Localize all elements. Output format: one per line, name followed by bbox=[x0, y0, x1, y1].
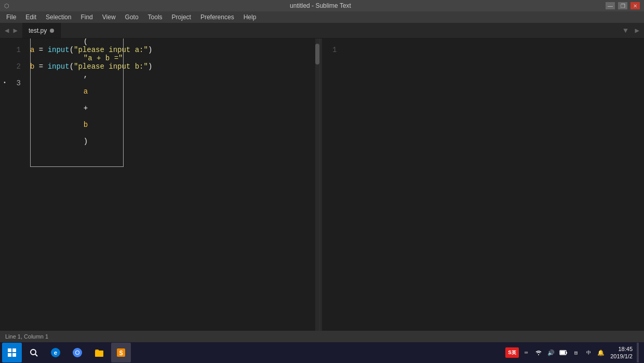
minimize-button[interactable]: — bbox=[606, 2, 615, 9]
left-pane[interactable]: • 1 2 3 a = input ( "please input a:" ) bbox=[0, 38, 320, 331]
battery-icon bbox=[559, 348, 568, 357]
tab-area: test.py bbox=[22, 23, 619, 38]
svg-text:e: e bbox=[54, 350, 58, 356]
tab-nav-left[interactable]: ◀ ▶ bbox=[0, 23, 22, 38]
comma-3: , bbox=[84, 71, 92, 79]
svg-text:S: S bbox=[119, 350, 123, 357]
minimap-line-number: 1 bbox=[332, 42, 644, 58]
start-button[interactable] bbox=[2, 343, 22, 362]
unsaved-indicator bbox=[50, 29, 54, 33]
menu-edit[interactable]: Edit bbox=[21, 12, 41, 22]
svg-point-10 bbox=[76, 351, 79, 354]
tab-filename: test.py bbox=[29, 27, 47, 34]
windows-icon bbox=[8, 348, 16, 357]
menu-project[interactable]: Project bbox=[168, 12, 195, 22]
search-button[interactable] bbox=[24, 343, 44, 362]
svg-rect-2 bbox=[8, 353, 11, 357]
title-bar-icon: ⬡ bbox=[4, 3, 9, 9]
status-position: Line 1, Column 1 bbox=[5, 333, 48, 340]
ime-lang: 英 bbox=[512, 349, 516, 356]
var-a-3: a bbox=[84, 87, 88, 96]
svg-line-5 bbox=[35, 354, 37, 356]
code-area: • 1 2 3 a = input ( "please input a:" ) bbox=[0, 38, 319, 331]
edge-button[interactable]: e bbox=[46, 343, 65, 362]
tab-scroll-down[interactable]: ▼ bbox=[622, 27, 629, 35]
menu-help[interactable]: Help bbox=[239, 12, 261, 22]
svg-rect-0 bbox=[8, 348, 11, 352]
menu-preferences[interactable]: Preferences bbox=[196, 12, 238, 22]
code-lines[interactable]: a = input ( "please input a:" ) b = inpu… bbox=[26, 38, 315, 331]
chrome-icon bbox=[72, 347, 83, 358]
menu-file[interactable]: File bbox=[2, 12, 20, 22]
clock[interactable]: 18:45 2019/1/2 bbox=[608, 345, 635, 360]
tray-icon-misc[interactable]: ⊞ bbox=[571, 347, 581, 358]
explorer-button[interactable] bbox=[89, 343, 109, 362]
svg-rect-15 bbox=[566, 352, 567, 354]
tab-nav-prev[interactable]: ◀ bbox=[3, 26, 10, 35]
tab-bar-right[interactable]: ▼ ▶ bbox=[619, 23, 644, 38]
tab-test-py[interactable]: test.py bbox=[22, 23, 61, 38]
tray-icon-volume[interactable]: 🔊 bbox=[546, 347, 556, 358]
menu-view[interactable]: View bbox=[98, 12, 120, 22]
code-line-3: print ( "a + b =" , a + b ) bbox=[30, 75, 311, 92]
paren-open-3: ( bbox=[84, 38, 88, 46]
taskbar: e S S 英 ⌨ bbox=[0, 342, 644, 363]
folder-icon bbox=[94, 347, 104, 358]
menu-bar: File Edit Selection Find View Goto Tools… bbox=[0, 11, 644, 23]
paren-close-2: ) bbox=[148, 58, 152, 75]
network-icon bbox=[534, 348, 543, 357]
selection-box: print ( "a + b =" , a + b ) bbox=[30, 38, 124, 167]
status-bar: Line 1, Column 1 bbox=[0, 331, 644, 342]
editor-scrollbar[interactable] bbox=[315, 38, 319, 331]
menu-goto[interactable]: Goto bbox=[121, 12, 143, 22]
op-plus-3: + bbox=[84, 104, 88, 112]
menu-find[interactable]: Find bbox=[76, 12, 97, 22]
menu-selection[interactable]: Selection bbox=[42, 12, 75, 22]
scrollbar-thumb[interactable] bbox=[315, 44, 319, 64]
clock-time: 18:45 bbox=[610, 345, 633, 353]
bookmark-marker: • bbox=[3, 80, 6, 86]
chrome-button[interactable] bbox=[68, 343, 87, 362]
tab-right-arrow[interactable]: ▶ bbox=[634, 26, 641, 35]
search-icon bbox=[30, 348, 38, 357]
svg-rect-3 bbox=[12, 353, 16, 357]
sublime-icon: S bbox=[116, 347, 126, 358]
svg-point-4 bbox=[31, 349, 36, 355]
sublime-button[interactable]: S bbox=[111, 343, 131, 362]
menu-tools[interactable]: Tools bbox=[144, 12, 167, 22]
title-bar-title: untitled - Sublime Text bbox=[35, 2, 606, 9]
svg-rect-16 bbox=[560, 351, 565, 354]
tab-bar: ◀ ▶ test.py ▼ ▶ bbox=[0, 23, 644, 38]
paren-close-1: ) bbox=[148, 42, 152, 58]
svg-rect-1 bbox=[12, 348, 16, 352]
tab-nav-next[interactable]: ▶ bbox=[11, 26, 19, 35]
var-b-3: b bbox=[84, 121, 88, 129]
tray-icon-battery[interactable] bbox=[558, 347, 569, 358]
line-number-2: 2 bbox=[0, 58, 21, 75]
tray-icon-1[interactable]: ⌨ bbox=[521, 347, 531, 358]
maximize-button[interactable]: ❐ bbox=[618, 2, 627, 9]
minimap-area: 1 bbox=[322, 38, 644, 331]
tray-icon-network[interactable] bbox=[533, 347, 544, 358]
title-bar: ⬡ untitled - Sublime Text — ❐ ✕ bbox=[0, 0, 644, 11]
show-desktop-button[interactable] bbox=[637, 343, 639, 362]
system-tray: S 英 ⌨ 🔊 ⊞ 中 🔔 18:45 2019/1/2 bbox=[505, 343, 642, 362]
svg-rect-11 bbox=[95, 351, 103, 357]
title-bar-controls[interactable]: — ❐ ✕ bbox=[606, 2, 640, 9]
line-number-1: 1 bbox=[0, 42, 21, 58]
edge-icon: e bbox=[50, 347, 61, 358]
clock-date: 2019/1/2 bbox=[610, 353, 633, 360]
ime-label: S bbox=[508, 349, 512, 356]
notification-icon[interactable]: 🔔 bbox=[596, 347, 606, 358]
paren-close-3: ) bbox=[84, 137, 88, 146]
editor-container: • 1 2 3 a = input ( "please input a:" ) bbox=[0, 38, 644, 331]
tray-icon-lang[interactable]: 中 bbox=[583, 347, 594, 358]
right-pane: 1 bbox=[322, 38, 644, 331]
close-button[interactable]: ✕ bbox=[630, 2, 640, 9]
string-3: "a + b =" bbox=[84, 54, 123, 62]
ime-icon[interactable]: S 英 bbox=[505, 347, 519, 358]
